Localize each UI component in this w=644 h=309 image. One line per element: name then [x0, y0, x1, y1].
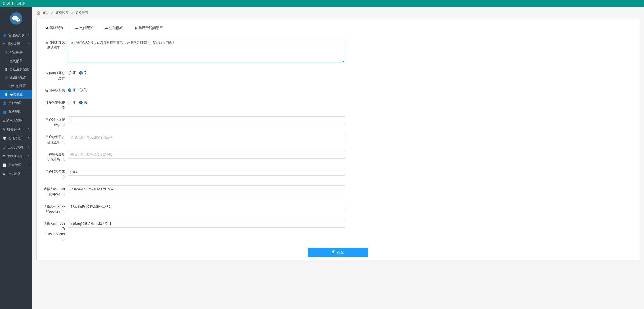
main-content: 🏠 首页 > 系统设置 > 系统设置 ✿基础配置☁支付配置☁短信配置◉腾讯云视频…	[32, 7, 644, 309]
info-icon[interactable]: i	[62, 158, 65, 161]
breadcrumb-level2: 系统设置	[76, 11, 88, 15]
unipush-appkey-input[interactable]	[68, 203, 345, 210]
sidebar-subitem-0[interactable]: ☷配置列表	[0, 49, 32, 57]
chevron-down-icon: ˅	[28, 110, 30, 113]
max-withdraw-amount-daily-input[interactable]	[68, 134, 345, 141]
breadcrumb-level1[interactable]: 系统设置	[56, 11, 69, 15]
chevron-down-icon: ˅	[28, 173, 30, 175]
info-icon[interactable]: i	[62, 210, 65, 213]
tab-0[interactable]: ✿基础配置	[40, 23, 69, 33]
info-icon[interactable]: i	[62, 46, 65, 49]
auto-add-friend-msg-textarea[interactable]	[68, 39, 345, 63]
tab-2[interactable]: ☁短信配置	[99, 23, 129, 33]
sidebar-item-6[interactable]: 💬会话管理˅	[0, 134, 32, 143]
sidebar-subitem-2[interactable]: ☷自动注册配置	[0, 65, 32, 74]
sidebar-item-9[interactable]: 📄文章管理˅	[0, 161, 32, 170]
list-icon: ☷	[4, 59, 8, 63]
sidebar-item-8[interactable]: ✪手机通讯录˅	[0, 152, 32, 161]
sidebar-subitem-label: 系统设置	[10, 92, 23, 97]
tab-label: 腾讯云视频配置	[138, 26, 163, 30]
breadcrumb-home[interactable]: 首页	[42, 11, 49, 15]
only-service-create-group-radio[interactable]: 开 关	[68, 70, 345, 75]
chevron-down-icon: ˅	[28, 155, 30, 158]
tabs: ✿基础配置☁支付配置☁短信配置◉腾讯云视频配置	[40, 23, 636, 33]
sidebar-subitem-4[interactable]: ☷抢红包配置	[0, 82, 32, 90]
sidebar-item-3[interactable]: 👥群组管理˅	[0, 107, 32, 116]
withdraw-audit-switch-radio[interactable]: 开 关	[68, 87, 345, 92]
settings-form: 自动添加好友默认话术 i 仅客服账号可建群 开 关	[40, 39, 636, 257]
sidebar-item-5[interactable]: ✎财务管理˅	[0, 125, 32, 134]
label-unipush-appkey: 请输入uniPush的appKey i	[42, 203, 68, 214]
share-icon: ✪	[3, 154, 5, 158]
info-icon[interactable]: i	[62, 175, 65, 179]
user-icon: 👤	[3, 34, 7, 37]
min-withdraw-amount-input[interactable]	[68, 116, 345, 124]
sidebar: 👤管理员列表˅⚙系统设置˄☷配置列表☷签到配置☷自动注册配置☷邀请码配置☷抢红包…	[0, 7, 32, 309]
sidebar-item-7[interactable]: ❐自定义网站˅	[0, 143, 32, 152]
submit-button[interactable]: 🗊 提交	[308, 248, 368, 257]
info-icon[interactable]: i	[62, 124, 65, 127]
sidebar-item-label: 管理员列表	[8, 33, 24, 38]
unipush-master-secret-input[interactable]	[68, 220, 345, 228]
label-max-withdraw-times-daily: 用户每天最多提现次数 i	[42, 151, 68, 162]
doc-icon: 📄	[3, 163, 7, 167]
logo	[0, 7, 32, 31]
sidebar-item-label: 自定义网站	[7, 145, 23, 150]
tab-1[interactable]: ☁支付配置	[69, 23, 99, 33]
label-unipush-master-secret: 请输入uniPush的masterSecret i	[42, 220, 68, 242]
tab-3[interactable]: ◉腾讯云视频配置	[129, 23, 169, 33]
sidebar-item-label: 群组管理	[8, 110, 21, 114]
sidebar-subitem-label: 配置列表	[10, 51, 23, 55]
sidebar-item-4[interactable]: ≡通讯录管理˅	[0, 116, 32, 125]
list-icon: ☷	[4, 93, 8, 96]
label-withdraw-audit-switch: 提现审核开关	[42, 87, 68, 93]
list-icon: ≡	[3, 119, 5, 123]
bell-icon: ◉	[3, 172, 5, 176]
wechat-icon	[10, 12, 22, 25]
sidebar-item-10[interactable]: ◉公告管理˅	[0, 170, 32, 178]
sidebar-subitem-3[interactable]: ☷邀请码配置	[0, 74, 32, 82]
info-icon[interactable]: i	[62, 193, 65, 196]
chevron-down-icon: ˅	[28, 164, 30, 167]
list-icon: ☷	[4, 76, 8, 80]
user-icon: 👤	[3, 101, 7, 105]
label-auto-add-friend-msg: 自动添加好友默认话术 i	[42, 39, 68, 50]
info-icon[interactable]: i	[62, 141, 65, 144]
sidebar-item-label: 财务管理	[7, 127, 20, 132]
sidebar-item-label: 公告管理	[7, 172, 20, 176]
chevron-down-icon: ˅	[28, 146, 30, 149]
register-captcha-switch-radio[interactable]: 开 关	[68, 99, 345, 105]
label-register-captcha-switch: 注册验证码开关	[42, 99, 68, 110]
sidebar-subitem-label: 抢红包配置	[10, 84, 26, 88]
sidebar-subitem-label: 自动注册配置	[10, 67, 29, 72]
sidebar-subitem-5[interactable]: ☷系统设置	[0, 90, 32, 99]
edit-icon: ✎	[3, 128, 5, 132]
svg-point-3	[14, 17, 15, 18]
label-unipush-appid: 请输入uniPush的appid i	[42, 185, 68, 197]
sidebar-subitem-1[interactable]: ☷签到配置	[0, 57, 32, 65]
chevron-up-icon: ˄	[28, 43, 30, 46]
withdraw-rate-input[interactable]	[68, 168, 345, 176]
tab-label: 基础配置	[49, 26, 63, 30]
max-withdraw-times-daily-input[interactable]	[68, 151, 345, 159]
svg-point-2	[15, 18, 20, 22]
unipush-appid-input[interactable]	[68, 185, 345, 193]
tab-label: 支付配置	[79, 26, 93, 30]
chevron-down-icon: ˅	[28, 128, 30, 131]
info-icon[interactable]: i	[62, 238, 65, 241]
svg-point-6	[18, 19, 19, 20]
sidebar-item-label: 手机通讯录	[7, 154, 23, 159]
label-only-service-create-group: 仅客服账号可建群	[42, 70, 68, 81]
breadcrumb: 🏠 首页 > 系统设置 > 系统设置	[36, 7, 640, 19]
sidebar-item-2[interactable]: 👤用户管理˅	[0, 99, 32, 107]
home-icon: 🏠	[36, 11, 40, 15]
sidebar-item-1[interactable]: ⚙系统设置˄	[0, 40, 32, 49]
list-icon: ☷	[4, 84, 8, 88]
sidebar-item-0[interactable]: 👤管理员列表˅	[0, 31, 32, 40]
svg-point-4	[16, 17, 17, 18]
tab-label: 短信配置	[109, 26, 123, 30]
list-icon: ☷	[4, 68, 8, 71]
sidebar-item-label: 会话管理	[8, 136, 21, 141]
label-max-withdraw-amount-daily: 用户每天最多提现金额 i	[42, 134, 68, 145]
label-min-withdraw-amount: 用户最小提现金额 i	[42, 116, 68, 128]
